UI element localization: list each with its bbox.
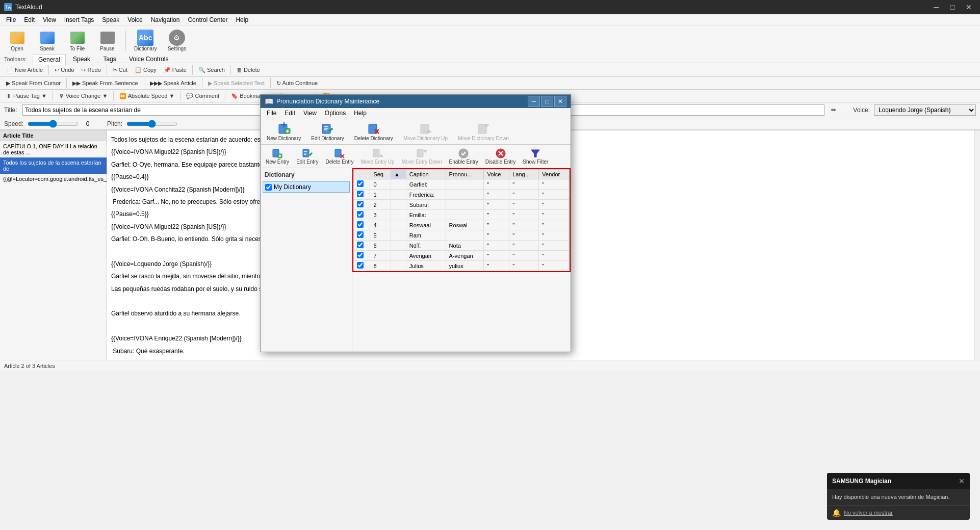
samsung-notif-header: SAMSUNG Magician ✕ bbox=[827, 473, 970, 489]
row-checkbox[interactable] bbox=[357, 221, 364, 228]
col-voice[interactable]: Voice bbox=[484, 170, 509, 179]
table-row[interactable]: 6 NdT: Nota " " " bbox=[354, 241, 570, 251]
cell-voice: " bbox=[484, 261, 509, 271]
modal-maximize-btn[interactable]: □ bbox=[541, 96, 553, 107]
modal-title-bar: 📖 Pronunciation Dictionary Maintenance ─… bbox=[261, 95, 571, 108]
dictionary-name: My Dictionary bbox=[274, 183, 311, 191]
cell-sort bbox=[391, 179, 406, 190]
new-entry-label: New Entry bbox=[266, 159, 289, 165]
cell-lang: " bbox=[509, 179, 539, 190]
cell-sort bbox=[391, 261, 406, 271]
samsung-notif-close-btn[interactable]: ✕ bbox=[959, 477, 965, 485]
cell-lang: " bbox=[509, 190, 539, 200]
new-dictionary-label: New Dictionary bbox=[267, 136, 301, 141]
enable-entry-btn[interactable]: Enable Entry bbox=[447, 147, 480, 166]
move-entry-up-btn[interactable]: Move Entry Up bbox=[359, 147, 397, 166]
edit-entry-btn[interactable]: Edit Entry bbox=[294, 147, 320, 166]
modal-dictionary-toolbar: New Dictionary Edit Dictionary bbox=[261, 118, 571, 145]
cell-vendor: " bbox=[539, 190, 570, 200]
samsung-notif-footer-text[interactable]: No volver a mostrar bbox=[844, 510, 893, 516]
show-filter-label: Show Filter bbox=[523, 159, 548, 165]
table-row[interactable]: 0 Garfiel: " " " bbox=[354, 179, 570, 190]
table-row[interactable]: 4 Roswaal Roswal " " " bbox=[354, 220, 570, 230]
edit-dictionary-btn[interactable]: Edit Dictionary bbox=[308, 120, 347, 142]
cell-caption: Subaru: bbox=[406, 200, 446, 210]
delete-entry-btn[interactable]: Delete Entry bbox=[323, 147, 355, 166]
move-dictionary-down-btn[interactable]: Move Dictionary Down bbox=[455, 120, 512, 142]
modal-minimize-btn[interactable]: ─ bbox=[528, 96, 540, 107]
move-entry-down-btn[interactable]: Move Entry Down bbox=[400, 147, 444, 166]
cell-sort bbox=[391, 241, 406, 251]
row-checkbox[interactable] bbox=[357, 231, 364, 238]
col-lang[interactable]: Lang... bbox=[509, 170, 539, 179]
svg-rect-26 bbox=[335, 149, 341, 157]
new-dictionary-btn[interactable]: New Dictionary bbox=[264, 120, 304, 142]
col-seq[interactable]: Seq bbox=[370, 170, 391, 179]
col-caption[interactable]: Caption bbox=[406, 170, 446, 179]
cell-voice: " bbox=[484, 210, 509, 220]
cell-lang: " bbox=[509, 210, 539, 220]
cell-pronoun bbox=[446, 190, 484, 200]
cell-sort bbox=[391, 210, 406, 220]
modal-close-btn[interactable]: ✕ bbox=[554, 96, 566, 107]
cell-pronoun: Nota bbox=[446, 241, 484, 251]
cell-vendor: " bbox=[539, 200, 570, 210]
col-sort[interactable]: ▲ bbox=[391, 170, 406, 179]
new-dictionary-icon bbox=[277, 121, 291, 136]
row-checkbox[interactable] bbox=[357, 180, 364, 187]
disable-entry-icon bbox=[495, 148, 506, 159]
disable-entry-label: Disable Entry bbox=[485, 159, 515, 165]
modal-menu-options[interactable]: Options bbox=[321, 109, 350, 118]
cell-lang: " bbox=[509, 261, 539, 271]
new-entry-btn[interactable]: New Entry bbox=[264, 147, 291, 166]
show-filter-btn[interactable]: Show Filter bbox=[521, 147, 550, 166]
modal-menu-edit[interactable]: Edit bbox=[280, 109, 299, 118]
cell-caption: Julius bbox=[406, 261, 446, 271]
cell-caption: Frederica: bbox=[406, 190, 446, 200]
table-row[interactable]: 2 Subaru: " " " bbox=[354, 200, 570, 210]
delete-dictionary-btn[interactable]: Delete Dictionary bbox=[351, 120, 396, 142]
cell-lang: " bbox=[509, 230, 539, 241]
table-row[interactable]: 8 Julius yulius " " " bbox=[354, 261, 570, 271]
col-pronoun[interactable]: Pronou... bbox=[446, 170, 484, 179]
cell-voice: " bbox=[484, 241, 509, 251]
svg-rect-24 bbox=[304, 153, 307, 153]
cell-sort bbox=[391, 230, 406, 241]
cell-sort bbox=[391, 251, 406, 261]
entry-table-area: Seq ▲ Caption Pronou... Voice Lang... Ve… bbox=[352, 168, 571, 352]
cell-sort bbox=[391, 190, 406, 200]
modal-menu-view[interactable]: View bbox=[299, 109, 321, 118]
disable-entry-btn[interactable]: Disable Entry bbox=[483, 147, 518, 166]
svg-marker-30 bbox=[379, 154, 383, 157]
table-row[interactable]: 5 Ram: " " " bbox=[354, 230, 570, 241]
cell-seq: 8 bbox=[370, 261, 391, 271]
move-dictionary-up-label: Move Dictionary Up bbox=[403, 136, 448, 141]
edit-dictionary-label: Edit Dictionary bbox=[311, 136, 344, 141]
table-row[interactable]: 7 Avengan A-vengan " " " bbox=[354, 251, 570, 261]
row-checkbox[interactable] bbox=[357, 242, 364, 248]
delete-entry-label: Delete Entry bbox=[325, 159, 353, 165]
edit-dictionary-icon bbox=[320, 121, 334, 136]
modal-menu-file[interactable]: File bbox=[263, 109, 280, 118]
enable-entry-icon bbox=[458, 148, 469, 159]
move-dictionary-up-btn[interactable]: Move Dictionary Up bbox=[400, 120, 451, 142]
cell-vendor: " bbox=[539, 210, 570, 220]
cell-pronoun bbox=[446, 230, 484, 241]
row-checkbox[interactable] bbox=[357, 211, 364, 218]
row-checkbox[interactable] bbox=[357, 201, 364, 207]
cell-vendor: " bbox=[539, 241, 570, 251]
cell-caption: NdT: bbox=[406, 241, 446, 251]
cell-voice: " bbox=[484, 190, 509, 200]
cell-caption: Roswaal bbox=[406, 220, 446, 230]
row-checkbox[interactable] bbox=[357, 252, 364, 258]
table-row[interactable]: 1 Frederica: " " " bbox=[354, 190, 570, 200]
svg-rect-23 bbox=[304, 151, 307, 152]
col-vendor[interactable]: Vendor bbox=[539, 170, 570, 179]
samsung-notif-footer: 🔔 No volver a mostrar bbox=[827, 505, 970, 520]
table-row[interactable]: 3 Emilia: " " " bbox=[354, 210, 570, 220]
dictionary-list-item[interactable]: My Dictionary bbox=[263, 181, 350, 193]
row-checkbox[interactable] bbox=[357, 262, 364, 269]
row-checkbox[interactable] bbox=[357, 191, 364, 197]
dictionary-checkbox[interactable] bbox=[265, 184, 272, 191]
modal-menu-help[interactable]: Help bbox=[350, 109, 371, 118]
